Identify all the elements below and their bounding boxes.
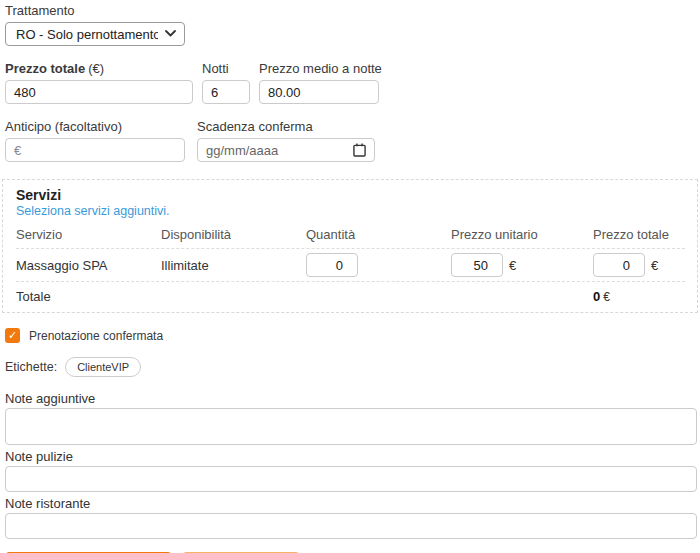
prezzo-medio-field: Prezzo medio a notte bbox=[259, 62, 382, 104]
note-aggiuntive-label: Note aggiuntive bbox=[5, 392, 698, 405]
cell-disponibilita: Illimitate bbox=[161, 258, 306, 273]
note-aggiuntive-textarea[interactable] bbox=[5, 408, 697, 445]
totale-currency: € bbox=[603, 290, 610, 304]
prezzo-totale-field: Prezzo totale(€) bbox=[5, 62, 193, 104]
servizi-table: Servizio Disponibilità Quantità Prezzo u… bbox=[16, 225, 685, 304]
calendar-icon[interactable] bbox=[353, 143, 366, 157]
notti-input bbox=[202, 80, 250, 104]
prezzo-medio-label: Prezzo medio a notte bbox=[259, 62, 382, 75]
header-prezzo-totale: Prezzo totale bbox=[593, 227, 685, 242]
header-prezzo-unitario: Prezzo unitario bbox=[451, 227, 593, 242]
prezzo-totale-riga-input[interactable] bbox=[593, 253, 645, 277]
servizi-add-link[interactable]: Seleziona servizi aggiuntivi. bbox=[16, 204, 170, 218]
confirmed-checkbox[interactable]: ✓ bbox=[5, 328, 20, 343]
tag-pill[interactable]: ClienteVIP bbox=[65, 357, 141, 377]
prezzo-unitario-input[interactable] bbox=[451, 253, 503, 277]
totale-cell: 0€ bbox=[593, 289, 685, 304]
deposit-row: Anticipo (facoltativo) Scadenza conferma… bbox=[5, 120, 698, 162]
scadenza-label: Scadenza conferma bbox=[197, 120, 375, 133]
etichette-label: Etichette: bbox=[5, 360, 57, 374]
trattamento-select-wrap: RO - Solo pernottamento bbox=[5, 22, 185, 46]
date-placeholder: gg/mm/aaaa bbox=[206, 143, 278, 158]
prenotazione-confermata-row[interactable]: ✓ Prenotazione confermata bbox=[5, 328, 163, 343]
cell-quantita bbox=[306, 253, 451, 277]
confirmed-checkbox-label: Prenotazione confermata bbox=[29, 329, 163, 343]
anticipo-label: Anticipo (facoltativo) bbox=[5, 120, 185, 133]
note-ristorante-label: Note ristorante bbox=[5, 497, 698, 510]
servizi-table-footer: Totale 0€ bbox=[16, 282, 685, 304]
totale-label: Totale bbox=[16, 289, 161, 304]
prezzo-totale-label: Prezzo totale(€) bbox=[5, 62, 193, 75]
booking-form: Trattamento RO - Solo pernottamento Prez… bbox=[0, 0, 700, 553]
scadenza-date-input[interactable]: gg/mm/aaaa bbox=[197, 138, 375, 162]
totale-value: 0 bbox=[593, 289, 600, 304]
cell-prezzo-totale: € bbox=[593, 253, 685, 277]
anticipo-field: Anticipo (facoltativo) bbox=[5, 120, 185, 162]
check-icon: ✓ bbox=[8, 329, 17, 341]
etichette-row: Etichette: ClienteVIP bbox=[5, 357, 698, 377]
trattamento-select[interactable]: RO - Solo pernottamento bbox=[5, 22, 185, 46]
notti-field: Notti bbox=[202, 62, 250, 104]
anticipo-input[interactable] bbox=[5, 138, 185, 162]
table-row: Massaggio SPA Illimitate € € bbox=[16, 249, 685, 282]
servizi-title: Servizi bbox=[16, 188, 685, 203]
currency-symbol: € bbox=[509, 258, 516, 273]
note-ristorante-textarea[interactable] bbox=[5, 513, 697, 539]
cell-servizio: Massaggio SPA bbox=[16, 258, 161, 273]
notti-label: Notti bbox=[202, 62, 250, 75]
header-quantita: Quantità bbox=[306, 227, 451, 242]
cell-prezzo-unitario: € bbox=[451, 253, 593, 277]
trattamento-label: Trattamento bbox=[5, 4, 698, 17]
servizi-section: Servizi Seleziona servizi aggiuntivi. Se… bbox=[2, 179, 698, 313]
header-servizio: Servizio bbox=[16, 227, 161, 242]
quantita-input[interactable] bbox=[306, 253, 358, 277]
prezzo-medio-input[interactable] bbox=[259, 80, 379, 104]
servizi-table-header: Servizio Disponibilità Quantità Prezzo u… bbox=[16, 225, 685, 249]
scadenza-field: Scadenza conferma gg/mm/aaaa bbox=[197, 120, 375, 162]
note-pulizie-textarea[interactable] bbox=[5, 466, 697, 492]
prezzo-totale-input[interactable] bbox=[5, 80, 193, 104]
price-row: Prezzo totale(€) Notti Prezzo medio a no… bbox=[5, 62, 698, 104]
note-pulizie-label: Note pulizie bbox=[5, 450, 698, 463]
currency-symbol: € bbox=[651, 258, 658, 273]
header-disponibilita: Disponibilità bbox=[161, 227, 306, 242]
